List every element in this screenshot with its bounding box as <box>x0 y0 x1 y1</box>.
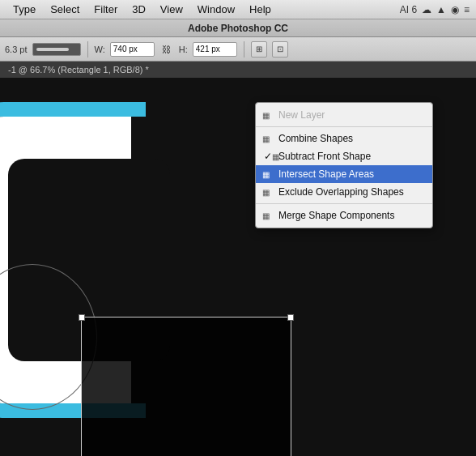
menu-item-select[interactable]: Select <box>44 2 86 18</box>
dropdown-item-subtract[interactable]: ✓ ▦ Subtract Front Shape <box>256 147 432 165</box>
toolbar-divider-2 <box>244 41 244 58</box>
width-input[interactable] <box>110 42 155 57</box>
align-btn-1[interactable]: ⊞ <box>251 41 267 58</box>
dropdown-item-combine[interactable]: ▦ Combine Shapes <box>256 130 432 147</box>
dropdown-separator-2 <box>256 203 432 204</box>
dropdown-item-merge[interactable]: ▦ Merge Shape Components <box>256 207 432 224</box>
document-tab-label: -1 @ 66.7% (Rectangle 1, RGB/8) * <box>8 65 149 75</box>
merge-icon: ▦ <box>262 211 270 220</box>
menu-item-3d[interactable]: 3D <box>125 2 152 18</box>
exclude-icon: ▦ <box>262 188 270 197</box>
menu-item-window[interactable]: Window <box>191 2 241 18</box>
align-btn-2[interactable]: ⊡ <box>272 41 288 58</box>
menu-bar-right: AI 6 ☁ ▲ ◉ ≡ <box>400 4 470 15</box>
menu-item-view[interactable]: View <box>154 2 189 18</box>
dropdown-item-intersect[interactable]: ▦ Intersect Shape Areas <box>256 165 432 183</box>
options-bar: 6.3 pt W: ⛓ H: ⊞ ⊡ <box>0 37 476 62</box>
new-layer-icon: ▦ <box>262 111 270 120</box>
title-bar: Adobe Photoshop CC <box>0 19 476 37</box>
height-input[interactable] <box>193 42 237 57</box>
combine-icon: ▦ <box>262 134 270 143</box>
dropdown-item-new-layer[interactable]: ▦ New Layer <box>256 106 432 124</box>
size-label: 6.3 pt <box>5 45 28 54</box>
handle-top-right[interactable] <box>287 314 294 321</box>
toolbar-divider-1 <box>87 41 88 58</box>
app-title: Adobe Photoshop CC <box>188 23 288 34</box>
link-icon: ⛓ <box>159 42 174 57</box>
subtract-icon: ▦ <box>272 152 279 161</box>
menu-bar: Type Select Filter 3D View Window Help A… <box>0 0 476 19</box>
dropdown-menu: ▦ New Layer ▦ Combine Shapes ✓ ▦ Subtrac… <box>255 102 433 228</box>
handle-top-left[interactable] <box>79 314 85 321</box>
menu-item-filter[interactable]: Filter <box>87 2 124 18</box>
menu-item-help[interactable]: Help <box>243 2 278 18</box>
height-label: H: <box>179 45 188 54</box>
ai-badge: AI 6 <box>400 4 417 15</box>
dropdown-item-exclude[interactable]: ▦ Exclude Overlapping Shapes <box>256 183 432 201</box>
dropdown-separator-1 <box>256 126 432 127</box>
check-mark: ✓ <box>264 151 272 162</box>
selection-box <box>81 317 291 456</box>
cloud-icon[interactable]: ☁ <box>422 4 431 15</box>
width-label: W: <box>95 45 105 54</box>
document-tab[interactable]: -1 @ 66.7% (Rectangle 1, RGB/8) * <box>0 62 476 78</box>
triangle-icon[interactable]: ▲ <box>436 4 446 15</box>
canvas-area: ▦ New Layer ▦ Combine Shapes ✓ ▦ Subtrac… <box>0 78 476 456</box>
hamburger-icon[interactable]: ≡ <box>464 4 470 15</box>
menu-item-type[interactable]: Type <box>6 2 42 18</box>
eye-icon[interactable]: ◉ <box>451 4 459 15</box>
intersect-icon: ▦ <box>262 170 270 179</box>
